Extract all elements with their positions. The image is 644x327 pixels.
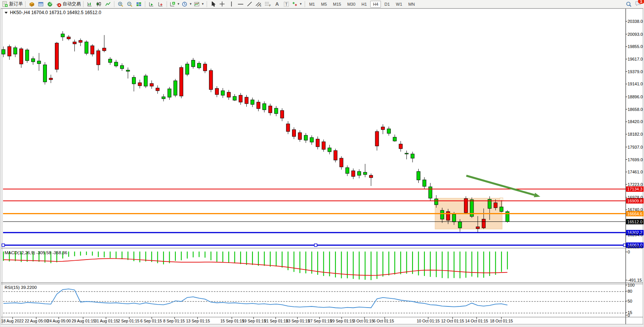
price-axis-tick-label: 17937.0 xyxy=(628,145,643,149)
price-axis-tick-label: 18182.0 xyxy=(628,132,643,136)
notifications-button[interactable]: 1 xyxy=(635,0,642,8)
timeframe-M15[interactable]: M15 xyxy=(330,1,344,8)
auto-scroll-button[interactable] xyxy=(147,0,156,8)
timeframe-W1[interactable]: W1 xyxy=(393,1,405,8)
new-order-label: 新订单 xyxy=(9,1,23,7)
main-toolbar: 新订单 自动交易 ▼ ▼ ▼ E F A T ▼ M1M5M15M30H1H4D… xyxy=(0,0,644,8)
timeframe-H1[interactable]: H1 xyxy=(359,1,369,8)
candle-bull xyxy=(310,138,313,142)
price-axis-tick-label: 19141.0 xyxy=(628,82,643,86)
navigator-button[interactable] xyxy=(45,0,55,8)
candle-bear xyxy=(334,151,337,160)
market-watch-button[interactable] xyxy=(27,0,36,8)
candlestick-chart-icon xyxy=(96,1,102,7)
toolbar-separator xyxy=(207,1,207,7)
candle-bear xyxy=(96,51,100,65)
candle-bull xyxy=(263,104,266,110)
candle-bull xyxy=(358,172,361,175)
price-axis-tick-label: 18658.0 xyxy=(628,107,643,112)
candle-bear xyxy=(446,212,450,220)
dropdown-caret-icon: ▼ xyxy=(201,2,204,6)
candle-bull xyxy=(2,50,5,54)
candle-bear xyxy=(150,83,153,86)
zoom-in-button[interactable] xyxy=(116,0,125,8)
text-tool-button[interactable]: A xyxy=(273,0,282,8)
candle-bull xyxy=(85,42,88,53)
candlestick-chart-button[interactable] xyxy=(94,0,103,8)
price-axis-tick-label: 16740.0 xyxy=(628,207,643,212)
auto-trading-button[interactable]: 自动交易 xyxy=(55,0,82,8)
periods-button[interactable]: ▼ xyxy=(181,0,193,8)
time-axis-label: 2 Sep 01:15 xyxy=(118,319,140,323)
zoom-out-button[interactable] xyxy=(125,0,134,8)
new-order-button[interactable]: 新订单 xyxy=(1,0,24,8)
templates-button[interactable]: ▼ xyxy=(193,0,205,8)
svg-text:T: T xyxy=(285,2,287,6)
candle-bull xyxy=(132,77,136,84)
candle-bull xyxy=(191,60,195,67)
line-chart-button[interactable] xyxy=(103,0,112,8)
candle-bear xyxy=(239,95,243,102)
candle-bull xyxy=(500,207,503,212)
time-axis-label: 31 Aug 01:15 xyxy=(95,319,118,323)
crosshair-icon xyxy=(219,1,225,7)
time-axis-label: 13 Sep 01:15 xyxy=(186,319,210,323)
candle-bull xyxy=(31,59,35,62)
candle-bull xyxy=(440,210,444,219)
candle-bear xyxy=(67,37,71,39)
chart-title: HK50-,H4 16704.0 16731.0 16492.5 16512.0 xyxy=(10,10,101,15)
trendline-tool-button[interactable] xyxy=(245,0,254,8)
chart-canvas[interactable]: 17134.316909.816664.616512.016302.216063… xyxy=(0,8,644,327)
cursor-tool-button[interactable] xyxy=(209,0,218,8)
price-axis-tick-label: 20093.0 xyxy=(628,32,643,37)
horizontal-line-tool-button[interactable] xyxy=(236,0,245,8)
timeframe-M5[interactable]: M5 xyxy=(318,1,329,8)
data-window-button[interactable] xyxy=(36,0,45,8)
price-axis-tick-label: 18420.0 xyxy=(628,119,643,124)
candle-bull xyxy=(405,153,408,154)
fibonacci-tool-button[interactable]: F xyxy=(263,0,273,8)
candle-bear xyxy=(482,219,485,228)
channel-tool-button[interactable]: E xyxy=(254,0,263,8)
candle-bear xyxy=(292,130,296,136)
auto-scroll-icon xyxy=(148,1,154,7)
time-axis-label: 8 Sep 01:15 xyxy=(163,319,185,323)
candle-bull xyxy=(328,148,331,152)
timeframe-D1[interactable]: D1 xyxy=(382,1,392,8)
vertical-line-tool-button[interactable] xyxy=(227,0,236,8)
indicators-button[interactable]: ▼ xyxy=(169,0,181,8)
candle-bull xyxy=(162,97,165,99)
auto-trading-label: 自动交易 xyxy=(63,1,81,7)
toolbar-right-group: 1 xyxy=(626,0,642,8)
candle-bear xyxy=(381,127,385,130)
price-axis-tick-label: 18896.0 xyxy=(628,95,643,99)
hline-selection-handle[interactable] xyxy=(315,244,317,247)
candle-bull xyxy=(126,70,130,71)
text-label-tool-button[interactable]: T xyxy=(282,0,291,8)
candle-bear xyxy=(286,124,290,131)
timeframe-M1[interactable]: M1 xyxy=(307,1,318,8)
notification-badge: 1 xyxy=(638,0,644,4)
candle-bear xyxy=(91,46,94,54)
price-axis-tick-label: 16978.0 xyxy=(628,195,643,200)
chart-shift-button[interactable] xyxy=(156,0,165,8)
crosshair-tool-button[interactable] xyxy=(218,0,227,8)
timeframe-MN[interactable]: MN xyxy=(406,1,418,8)
arrows-tool-button[interactable]: ▼ xyxy=(291,0,303,8)
text-label-icon: T xyxy=(283,1,289,7)
search-icon[interactable] xyxy=(626,1,632,7)
price-axis-tick-label: 16028.0 xyxy=(628,245,643,249)
hline-selection-handle[interactable] xyxy=(2,244,5,247)
tile-windows-button[interactable] xyxy=(134,0,143,8)
candle-bull xyxy=(411,154,414,158)
hline-price-label: 16512.0 xyxy=(627,220,642,224)
time-axis-label: 15 Sep 01:15 xyxy=(220,319,244,323)
candle-bear xyxy=(322,142,325,149)
timeframe-M30[interactable]: M30 xyxy=(345,1,358,8)
text-tool-icon: A xyxy=(275,1,279,7)
bottom-scroll-strip[interactable] xyxy=(0,324,644,327)
horizontal-line-icon xyxy=(238,2,244,7)
bar-chart-button[interactable] xyxy=(85,0,94,8)
chart-window[interactable]: 17134.316909.816664.616512.016302.216063… xyxy=(0,8,644,327)
timeframe-H4[interactable]: H4 xyxy=(370,1,381,8)
